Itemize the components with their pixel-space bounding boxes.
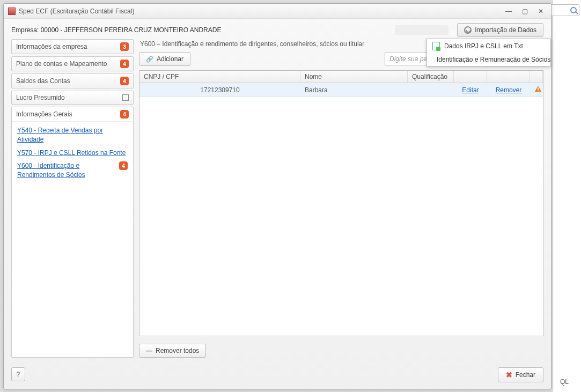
svg-rect-1	[538, 91, 539, 92]
sidebar-item-informacoes-empresa[interactable]: Informações da empresa 3	[11, 39, 134, 54]
sidebar-sublinks: Y540 - Receita de Vendas por Atividade Y…	[12, 122, 133, 184]
sidebar-item-label: Plano de contas e Mapeamento	[16, 60, 107, 68]
badge-count: 3	[120, 42, 129, 51]
edit-link[interactable]: Editar	[454, 84, 487, 96]
blurred-field	[395, 25, 448, 35]
sidebar-link-y600[interactable]: Y600 - Identificação e Rendimentos de Só…	[17, 161, 116, 180]
bottom-toolbar: Remover todos	[139, 341, 543, 358]
cell-cpf: 17212309710	[139, 84, 300, 96]
sidebar-item-label: Informações Gerais	[16, 110, 72, 118]
add-button[interactable]: Adicionar	[139, 52, 190, 66]
background-right-panel: QL	[552, 0, 581, 392]
sidebar-item-saldos-contas[interactable]: Saldos das Contas 4	[11, 73, 134, 88]
body-area: Informações da empresa 3 Plano de contas…	[4, 39, 551, 363]
app-icon	[8, 8, 16, 15]
warning-icon	[534, 85, 542, 93]
remove-all-button[interactable]: Remover todos	[139, 344, 206, 358]
search-icon	[570, 7, 577, 13]
background-ql-label: QL	[560, 378, 569, 386]
import-data-button[interactable]: Importação de Dados	[457, 23, 543, 37]
import-dropdown-menu: Dados IRPJ e CSLL em Txt Identificação e…	[426, 39, 551, 66]
cell-qualificacao	[408, 88, 454, 92]
badge-count: 4	[119, 161, 128, 170]
table-body: 17212309710 Barbara Editar Remover	[139, 83, 543, 336]
sidebar-item-plano-contas[interactable]: Plano de contas e Mapeamento 4	[11, 56, 134, 71]
remove-all-label: Remover todos	[156, 347, 199, 354]
minus-icon	[146, 347, 152, 354]
header-row: Empresa: 00000 - JEFFERSON PEREIRA CRUZ …	[4, 19, 551, 39]
close-button-label: Fechar	[516, 371, 535, 379]
sidebar-item-informacoes-gerais[interactable]: Informações Gerais 4	[12, 107, 133, 122]
sidebar-item-label: Lucro Presumido	[16, 94, 65, 101]
titlebar: Sped ECF (Escrituração Contábil Fiscal) …	[4, 4, 551, 19]
svg-rect-0	[538, 87, 539, 90]
refresh-icon	[464, 26, 472, 34]
import-button-label: Importação de Dados	[475, 26, 536, 34]
main-window: Sped ECF (Escrituração Contábil Fiscal) …	[3, 3, 551, 389]
menu-item-label: Identificação e Remuneração de Sócios	[437, 56, 550, 63]
menu-item-identificacao-socios[interactable]: Identificação e Remuneração de Sócios	[427, 53, 550, 66]
sidebar-section-informacoes-gerais: Informações Gerais 4 Y540 - Receita de V…	[11, 107, 134, 358]
badge-count: 4	[120, 110, 129, 119]
column-header-empty1	[454, 71, 487, 83]
cell-nome: Barbara	[300, 84, 408, 96]
remove-link[interactable]: Remover	[487, 84, 530, 96]
table-header: CNPJ / CPF Nome Qualificação	[139, 71, 543, 83]
help-button[interactable]: ?	[11, 367, 25, 381]
sidebar: Informações da empresa 3 Plano de contas…	[11, 39, 134, 358]
data-table: CNPJ / CPF Nome Qualificação 17212309710…	[139, 70, 543, 336]
window-controls: — ▢ ✕	[503, 6, 547, 16]
sidebar-item-lucro-presumido[interactable]: Lucro Presumido	[11, 91, 134, 105]
badge-count: 4	[120, 77, 129, 85]
footer: ? ✖ Fechar	[4, 363, 551, 389]
add-button-label: Adicionar	[157, 55, 183, 63]
table-row[interactable]: 17212309710 Barbara Editar Remover	[139, 83, 543, 97]
sidebar-link-y570[interactable]: Y570 - IRPJ e CSLL Retidos na Fonte	[17, 149, 126, 158]
sidebar-item-label: Saldos das Contas	[16, 77, 70, 85]
maximize-button[interactable]: ▢	[519, 6, 531, 16]
column-header-qualificacao[interactable]: Qualificação	[408, 71, 454, 83]
company-label: Empresa: 00000 - JEFFERSON PEREIRA CRUZ …	[11, 26, 395, 34]
column-header-cpf[interactable]: CNPJ / CPF	[139, 71, 300, 83]
window-title: Sped ECF (Escrituração Contábil Fiscal)	[19, 8, 503, 15]
badge-count: 4	[120, 60, 129, 68]
close-button[interactable]: ✖ Fechar	[498, 367, 543, 382]
main-panel: Y600 – Identificação e rendimento de dir…	[139, 39, 543, 358]
minimize-button[interactable]: —	[503, 6, 514, 16]
close-icon: ✖	[506, 371, 512, 379]
collapse-icon	[122, 94, 129, 101]
menu-item-irpj-csll-txt[interactable]: Dados IRPJ e CSLL em Txt	[427, 39, 550, 53]
document-icon	[432, 42, 440, 50]
cell-warning	[530, 83, 543, 97]
menu-item-label: Dados IRPJ e CSLL em Txt	[444, 42, 523, 50]
close-window-button[interactable]: ✕	[535, 6, 547, 16]
sidebar-link-y540[interactable]: Y540 - Receita de Vendas por Atividade	[17, 126, 128, 144]
column-header-nome[interactable]: Nome	[300, 71, 408, 83]
column-header-empty2	[487, 71, 530, 83]
column-header-empty3	[530, 71, 543, 83]
sidebar-item-label: Informações da empresa	[16, 43, 87, 50]
link-icon	[146, 55, 153, 63]
